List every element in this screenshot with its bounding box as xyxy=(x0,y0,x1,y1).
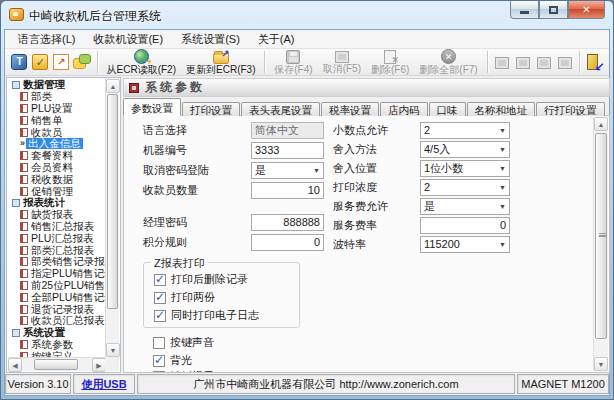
tab-line-print-settings[interactable]: 行打印设置 xyxy=(536,102,605,116)
minimize-button[interactable] xyxy=(510,1,539,19)
tree-item-all-plu-report[interactable]: 全部PLU销售记录报表 xyxy=(8,291,105,303)
language-field[interactable]: 简体中文 xyxy=(251,122,324,139)
tree-vertical-scrollbar[interactable]: ▲ ▼ xyxy=(105,79,119,357)
tree-section-data-management[interactable]: 数据管理 xyxy=(8,79,105,91)
tab-parameter-settings[interactable]: 参数设置 xyxy=(123,98,181,116)
menu-language[interactable]: 语言选择(L) xyxy=(9,30,84,49)
language-tool-button[interactable]: T xyxy=(9,50,30,74)
tree-item-plu-summary-report[interactable]: PLU汇总报表 xyxy=(8,232,105,244)
decimal-allow-select[interactable]: 2▼ xyxy=(420,122,510,139)
checkbox-icon[interactable] xyxy=(153,355,165,367)
tree-item-cashier-summary-report[interactable]: 收款员汇总报表 xyxy=(8,315,105,327)
rounding-position-select[interactable]: 1位小数▼ xyxy=(420,160,510,177)
tree-section-reports[interactable]: 报表统计 xyxy=(8,197,105,209)
tree-item-department[interactable]: 部类 xyxy=(8,91,105,103)
tree-hscroll-thumb[interactable] xyxy=(34,359,78,370)
tree-item-cash-in-out-selected[interactable]: »出入金信息 xyxy=(8,138,105,150)
checkbox-icon[interactable] xyxy=(153,371,165,374)
tree-item-sales-slip[interactable]: 销售单 xyxy=(8,114,105,126)
service-fee-allow-select[interactable]: 是▼ xyxy=(420,198,510,215)
tab-tax-rate-settings[interactable]: 税率设置 xyxy=(321,102,379,116)
tab-store-code[interactable]: 店内码 xyxy=(380,102,428,116)
scroll-right-arrow[interactable]: ▶ xyxy=(92,358,106,372)
menu-ecr-settings[interactable]: 收款机设置(E) xyxy=(84,30,172,49)
messages-tool-button[interactable] xyxy=(72,50,93,74)
tree-item-sales-summary-report[interactable]: 销售汇总报表 xyxy=(8,221,105,233)
form-scroll-thumb[interactable] xyxy=(595,133,607,339)
settings-tool-button[interactable]: ✓ xyxy=(30,50,51,74)
tab-print-settings[interactable]: 打印设置 xyxy=(182,102,240,116)
checkbox-key-sound[interactable]: 按键声音 xyxy=(153,335,214,350)
checkbox-icon[interactable] xyxy=(154,310,166,322)
scroll-left-arrow[interactable]: ◀ xyxy=(8,358,22,372)
checkbox-icon[interactable] xyxy=(154,292,166,304)
disabled-tool-button-1[interactable] xyxy=(491,50,512,74)
exit-button[interactable] xyxy=(584,50,605,74)
tab-header-footer-settings[interactable]: 表头表尾设置 xyxy=(241,102,320,116)
checkbox-print-ejournal[interactable]: 同时打印电子日志 xyxy=(154,308,259,323)
usb-mode-cell[interactable]: 使用USB xyxy=(73,374,135,394)
tree-horizontal-scrollbar[interactable]: ◀ ▶ xyxy=(8,357,106,371)
points-rule-field[interactable]: 0 xyxy=(251,234,324,251)
checkbox-icon[interactable] xyxy=(154,274,166,286)
tree-item-promotion[interactable]: 促销管理 xyxy=(8,185,105,197)
baud-rate-select[interactable]: 115200▼ xyxy=(420,236,510,253)
tree-item-member-data[interactable]: 会员资料 xyxy=(8,162,105,174)
cancel-password-login-select[interactable]: 是 ▼ xyxy=(251,162,324,179)
close-button[interactable]: ✕ xyxy=(568,1,605,19)
form-vertical-scrollbar[interactable]: ▲ ▼ xyxy=(593,117,608,371)
checkbox-print-two-copies[interactable]: 打印两份 xyxy=(154,290,215,305)
disabled-tool-button-3[interactable] xyxy=(533,50,554,74)
save-button[interactable]: 保存(F4) xyxy=(269,49,317,76)
maximize-button[interactable] xyxy=(539,1,568,19)
machine-no-field[interactable]: 3333 xyxy=(251,142,324,159)
cancel-button[interactable]: 取消(F5) xyxy=(318,49,366,76)
scroll-down-arrow[interactable]: ▼ xyxy=(106,343,120,357)
tree-item-return-record-report[interactable]: 退货记录报表 xyxy=(8,303,105,315)
disabled-tool-button-2[interactable] xyxy=(512,50,533,74)
tree-item-system-parameters[interactable]: 系统参数 xyxy=(8,339,105,351)
toolbar-separator xyxy=(264,51,265,73)
disabled-tool-button-4[interactable] xyxy=(554,50,575,74)
doc-icon xyxy=(20,257,28,266)
scrollbar-corner xyxy=(105,357,119,371)
tab-name-address[interactable]: 名称和地址 xyxy=(467,102,536,116)
checkbox-delete-after-print[interactable]: 打印后删除记录 xyxy=(154,272,248,287)
tree-scroll-thumb[interactable] xyxy=(107,94,118,309)
print-density-select[interactable]: 2▼ xyxy=(420,179,510,196)
manager-password-field[interactable]: 888888 xyxy=(251,214,324,231)
tree-item-dept-sales-record-report[interactable]: 部类销售记录报表 xyxy=(8,256,105,268)
delete-button[interactable]: 删除(F6) xyxy=(366,49,414,76)
scroll-down-arrow[interactable]: ▼ xyxy=(594,357,608,371)
tree-item-key-definition[interactable]: 按键定义 xyxy=(8,350,105,357)
titlebar[interactable]: 中崎收款机后台管理系统 ✕ xyxy=(1,1,613,29)
tree-item-dept-summary-report[interactable]: 部类汇总报表 xyxy=(8,244,105,256)
tree-item-plu-setting[interactable]: PLU设置 xyxy=(8,103,105,115)
rounding-method-select[interactable]: 4/5入▼ xyxy=(420,141,510,158)
tree-item-tax-data[interactable]: 税收数据 xyxy=(8,173,105,185)
tree-section-system-settings[interactable]: 系统设置 xyxy=(8,327,105,339)
tab-flavor[interactable]: 口味 xyxy=(429,102,466,116)
checkbox-icon[interactable] xyxy=(153,337,165,349)
tree-item-combo-data[interactable]: 套餐资料 xyxy=(8,150,105,162)
checkbox-paper-out-alert[interactable]: 缺纸提示 xyxy=(153,369,214,373)
folder-upload-icon xyxy=(213,53,229,64)
scroll-up-arrow[interactable]: ▲ xyxy=(106,79,120,93)
scroll-up-arrow[interactable]: ▲ xyxy=(594,117,608,131)
read-from-ecr-button[interactable]: 从ECR读取(F2) xyxy=(102,49,181,76)
panel-header: 系统参数 xyxy=(123,78,610,97)
update-to-ecr-button[interactable]: 更新到ECR(F3) xyxy=(181,49,260,76)
tree-item-top25-plu-report[interactable]: 前25位PLU销售记录报表 xyxy=(8,280,105,292)
cashier-count-field[interactable]: 10 xyxy=(251,182,324,199)
menu-system-settings[interactable]: 系统设置(S) xyxy=(172,30,249,49)
tree-item-specified-plu-report[interactable]: 指定PLU销售记录报表 xyxy=(8,268,105,280)
usb-link[interactable]: 使用USB xyxy=(81,377,126,392)
menu-about[interactable]: 关于(A) xyxy=(249,30,304,49)
checkbox-backlight[interactable]: 背光 xyxy=(153,353,192,368)
tree-item-stockout-report[interactable]: 缺货报表 xyxy=(8,209,105,221)
doc-icon xyxy=(20,210,28,219)
report-tool-button[interactable]: ↗ xyxy=(51,50,72,74)
tree-item-cashier[interactable]: 收款员 xyxy=(8,126,105,138)
delete-all-button[interactable]: ✕ 删除全部(F7) xyxy=(414,49,482,76)
service-fee-rate-field[interactable]: 0 xyxy=(420,217,510,234)
